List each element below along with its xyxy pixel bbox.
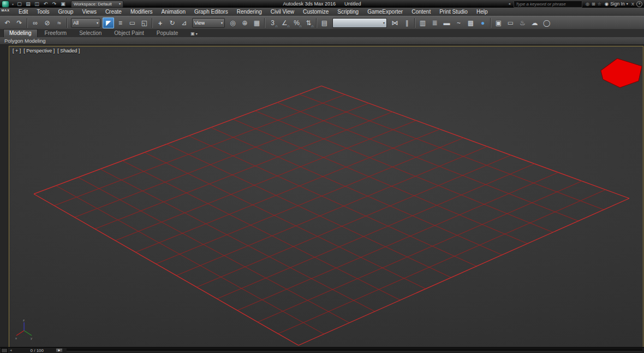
mirror-button[interactable]: ⋈ [389, 17, 401, 28]
tab-modeling[interactable]: Modeling [3, 29, 38, 37]
named-selection-sets-dropdown[interactable]: ▾ [332, 18, 387, 28]
rendered-frame-window-button[interactable]: ▭ [505, 17, 516, 28]
timeline-corner-box [1, 348, 8, 353]
search-button[interactable]: ◎ [586, 1, 589, 7]
toggle-layer-explorer-button[interactable]: ≣ [429, 17, 440, 28]
menu-create[interactable]: Create [101, 8, 126, 15]
app-button[interactable]: MAX [0, 0, 11, 14]
menu-views[interactable]: Views [77, 8, 101, 15]
next-frame-icon: ▸ [58, 348, 61, 352]
menu-content[interactable]: Content [407, 8, 435, 15]
bind-to-space-warp-button[interactable]: ≈ [53, 17, 65, 28]
infocenter-collapse-icon[interactable]: ◂ [508, 2, 510, 6]
menu-customize[interactable]: Customize [299, 8, 333, 15]
new-scene-button[interactable]: ▢ [15, 1, 23, 7]
select-object-button[interactable]: ◤ [103, 17, 114, 28]
toolbar-separator [152, 18, 153, 28]
axis-label-x: x [15, 337, 17, 340]
menu-scripting[interactable]: Scripting [333, 8, 363, 15]
menu-tools[interactable]: Tools [32, 8, 53, 15]
tab-object-paint[interactable]: Object Paint [109, 30, 149, 37]
use-pivot-point-center-button[interactable]: ◎ [227, 17, 238, 28]
infocenter-icons: ◎⊞☆ [586, 1, 601, 7]
open-a360-button[interactable]: ◯ [541, 17, 552, 28]
redo-button[interactable]: ↷ [14, 17, 25, 28]
schematic-view-button[interactable]: ▩ [465, 17, 476, 28]
exchange-apps-icon: X [631, 2, 634, 7]
previous-frame-icon[interactable]: ◂ [10, 348, 12, 352]
app-menu-chevron-icon[interactable]: ▾ [12, 2, 14, 6]
open-file-button[interactable]: ▤ [24, 1, 32, 7]
menu-print-studio[interactable]: Print Studio [435, 8, 472, 15]
keyboard-shortcut-override-toggle-button[interactable]: ▦ [251, 17, 263, 28]
chevron-down-icon: ▾ [383, 21, 385, 25]
window-crossing-toggle-button[interactable]: ◱ [139, 17, 150, 28]
sign-in-button[interactable]: ◉ Sign In ▾ [605, 1, 628, 7]
menu-help[interactable]: Help [472, 8, 492, 15]
toggle-ribbon-button[interactable]: ▬ [441, 17, 452, 28]
menu-modifiers[interactable]: Modifiers [126, 8, 157, 15]
render-production-button[interactable]: ♨ [517, 17, 528, 28]
menu-civil-view[interactable]: Civil View [266, 8, 299, 15]
menu-rendering[interactable]: Rendering [232, 8, 266, 15]
render-in-cloud-button[interactable]: ☁ [529, 17, 540, 28]
ribbon-display-toggle[interactable]: ▣ ▾ [190, 31, 198, 36]
tab-selection[interactable]: Selection [74, 30, 107, 37]
plane-object-wireframe[interactable] [34, 86, 629, 345]
viewcube[interactable] [601, 58, 642, 87]
undo-quick-icon: ↶ [44, 2, 48, 7]
menu-graph-editors[interactable]: Graph Editors [190, 8, 232, 15]
viewport-canvas[interactable]: xyz [9, 46, 643, 348]
open-file-icon: ▤ [26, 2, 31, 7]
viewport-general-menu[interactable]: [ + ] [13, 48, 21, 54]
select-and-scale-button[interactable]: ⊿ [178, 17, 190, 28]
viewport-pov-menu[interactable]: [ Perspective ] [23, 48, 55, 54]
use-pivot-point-center-icon: ◎ [230, 20, 235, 26]
select-and-rotate-button[interactable]: ↻ [166, 17, 178, 28]
community-button[interactable]: ⊞ [592, 1, 595, 7]
rectangular-selection-region-button[interactable]: ▭ [127, 17, 138, 28]
menu-animation[interactable]: Animation [157, 8, 189, 15]
selection-filter-dropdown[interactable]: All▾ [71, 18, 100, 28]
select-by-name-button[interactable]: ≡ [115, 17, 126, 28]
menu-gameexporter[interactable]: GameExporter [363, 8, 407, 15]
axis-label-z: z [23, 319, 25, 322]
tab-populate[interactable]: Populate [151, 30, 183, 37]
timeline-track[interactable] [67, 349, 642, 352]
toggle-scene-explorer-button[interactable]: ▥ [417, 17, 428, 28]
save-file-button[interactable]: ◫ [33, 1, 41, 7]
search-input[interactable] [514, 1, 582, 8]
curve-editor-button[interactable]: ~ [453, 17, 464, 28]
tab-freeform[interactable]: Freeform [39, 30, 73, 37]
unlink-selection-button[interactable]: ⊘ [41, 17, 53, 28]
help-button[interactable]: ? [636, 1, 642, 7]
reference-coordinate-system-dropdown[interactable]: View▾ [192, 18, 225, 28]
exchange-apps-button[interactable]: X [631, 1, 634, 7]
workspace-dropdown[interactable]: Workspace: Default ▾ [71, 1, 123, 8]
menu-group[interactable]: Group [54, 8, 78, 15]
material-editor-button[interactable]: ● [477, 17, 488, 28]
favorites-button[interactable]: ☆ [598, 1, 601, 7]
toolbar-separator [27, 18, 28, 28]
redo-quick-button[interactable]: ↷ [50, 1, 58, 7]
select-and-link-button[interactable]: ∞ [29, 17, 41, 28]
window-title: Autodesk 3ds Max 2016 Untitled [283, 1, 361, 7]
render-setup-button[interactable]: ▣ [493, 17, 504, 28]
spinner-snap-toggle-button[interactable]: ⇅∩ [303, 17, 314, 28]
viewport[interactable]: xyz [ + ] [ Perspective ] [ Shaded ] [9, 46, 643, 349]
project-folder-button[interactable]: ▣ [59, 1, 67, 7]
viewport-shading-menu[interactable]: [ Shaded ] [57, 48, 80, 54]
next-frame-button[interactable]: ▸ [56, 348, 63, 352]
undo-button[interactable]: ↶ [2, 17, 13, 28]
undo-quick-button[interactable]: ↶ [41, 1, 50, 7]
angle-snap-toggle-button[interactable]: ∠∩ [279, 17, 290, 28]
select-and-move-button[interactable]: + [154, 17, 166, 28]
select-and-manipulate-button[interactable]: ⊕ [239, 17, 251, 28]
align-button[interactable]: ∥ [401, 17, 413, 28]
menu-edit[interactable]: Edit [14, 8, 32, 15]
percent-snap-toggle-button[interactable]: %∩ [291, 17, 302, 28]
ribbon-panel-strip[interactable]: Polygon Modeling [0, 37, 644, 45]
snap-toggle-3d-button[interactable]: 3∩ [267, 17, 278, 28]
curve-editor-icon: ~ [457, 20, 461, 26]
edit-named-selection-sets-button[interactable]: ▤ [319, 17, 330, 28]
